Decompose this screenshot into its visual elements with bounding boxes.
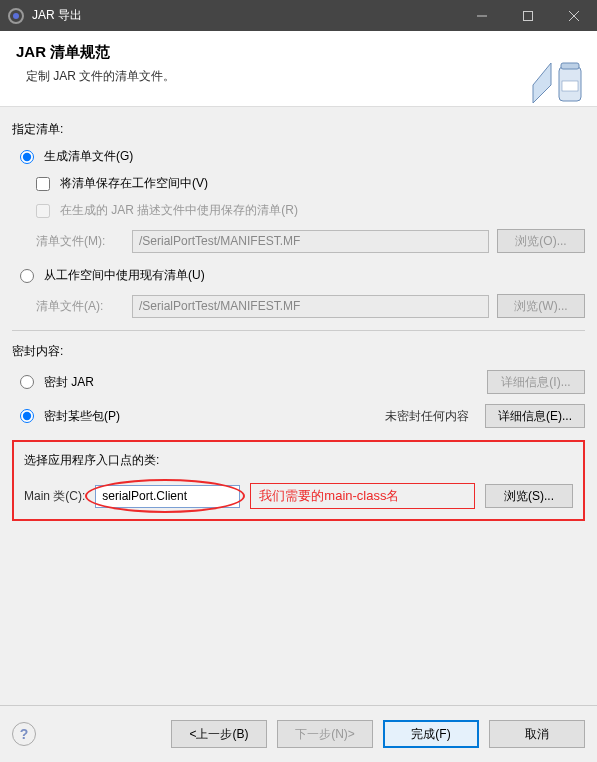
page-subtitle: 定制 JAR 文件的清单文件。 — [16, 68, 581, 85]
browse-o-button: 浏览(O)... — [497, 229, 585, 253]
entry-point-box: 选择应用程序入口点的类: Main 类(C): 我们需要的main-class名… — [12, 440, 585, 521]
footer: ? <上一步(B) 下一步(N)> 完成(F) 取消 — [0, 705, 597, 762]
generate-manifest-label: 生成清单文件(G) — [44, 148, 133, 165]
seal-some-radio[interactable] — [20, 409, 34, 423]
save-workspace-checkbox[interactable] — [36, 177, 50, 191]
window-title: JAR 导出 — [32, 7, 459, 24]
manifest-file-m-input — [132, 230, 489, 253]
manifest-section-label: 指定清单: — [12, 121, 585, 138]
use-saved-checkbox — [36, 204, 50, 218]
use-existing-radio[interactable] — [20, 269, 34, 283]
close-button[interactable] — [551, 0, 597, 31]
seal-section-label: 密封内容: — [12, 343, 585, 360]
manifest-file-a-input — [132, 295, 489, 318]
annotation-text: 我们需要的main-class名 — [250, 483, 475, 509]
none-sealed-text: 未密封任何内容 — [385, 408, 469, 425]
seal-jar-radio[interactable] — [20, 375, 34, 389]
titlebar: JAR 导出 — [0, 0, 597, 31]
browse-s-button[interactable]: 浏览(S)... — [485, 484, 573, 508]
use-existing-label: 从工作空间中使用现有清单(U) — [44, 267, 205, 284]
manifest-file-a-label: 清单文件(A): — [36, 298, 124, 315]
maximize-button[interactable] — [505, 0, 551, 31]
browse-w-button: 浏览(W)... — [497, 294, 585, 318]
use-saved-label: 在生成的 JAR 描述文件中使用保存的清单(R) — [60, 202, 298, 219]
page-title: JAR 清单规范 — [16, 43, 581, 62]
dialog-header: JAR 清单规范 定制 JAR 文件的清单文件。 — [0, 31, 597, 107]
minimize-button[interactable] — [459, 0, 505, 31]
main-class-label: Main 类(C): — [24, 488, 85, 505]
divider — [12, 330, 585, 331]
content-area: 指定清单: 生成清单文件(G) 将清单保存在工作空间中(V) 在生成的 JAR … — [0, 107, 597, 521]
svg-rect-5 — [561, 63, 579, 69]
entry-section-label: 选择应用程序入口点的类: — [24, 452, 573, 469]
next-button: 下一步(N)> — [277, 720, 373, 748]
details-i-button: 详细信息(I)... — [487, 370, 585, 394]
generate-manifest-radio[interactable] — [20, 150, 34, 164]
seal-some-label: 密封某些包(P) — [44, 408, 120, 425]
help-button[interactable]: ? — [12, 722, 36, 746]
manifest-file-m-label: 清单文件(M): — [36, 233, 124, 250]
app-icon — [8, 8, 24, 24]
save-workspace-label: 将清单保存在工作空间中(V) — [60, 175, 208, 192]
details-e-button[interactable]: 详细信息(E)... — [485, 404, 585, 428]
seal-jar-label: 密封 JAR — [44, 374, 94, 391]
finish-button[interactable]: 完成(F) — [383, 720, 479, 748]
jar-icon — [531, 55, 587, 105]
main-class-input[interactable] — [95, 485, 240, 508]
back-button[interactable]: <上一步(B) — [171, 720, 267, 748]
svg-rect-6 — [562, 81, 578, 91]
cancel-button[interactable]: 取消 — [489, 720, 585, 748]
svg-rect-1 — [524, 11, 533, 20]
